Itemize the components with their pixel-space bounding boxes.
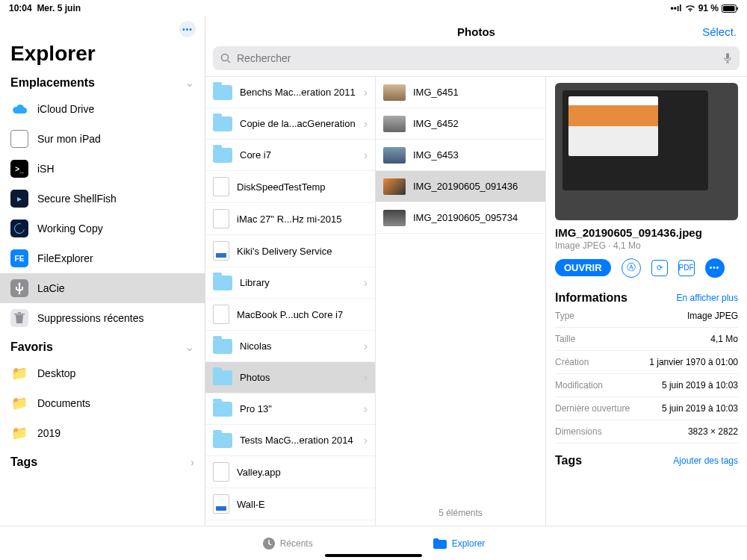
sidebar-item-ipad[interactable]: Sur mon iPad <box>0 124 205 154</box>
clock-icon <box>262 537 276 550</box>
add-tags-link[interactable]: Ajouter des tags <box>673 455 738 466</box>
chevron-right-icon: › <box>364 371 368 385</box>
list-item[interactable]: Core i7› <box>205 140 375 171</box>
item-label: MacBook P...uch Core i7 <box>237 309 368 320</box>
info-key: Dimensions <box>555 426 602 437</box>
list-item[interactable]: Library› <box>205 267 375 299</box>
sidebar-item-shellfish[interactable]: ▸Secure ShellFish <box>0 184 205 214</box>
sidebar-title: Explorer <box>0 42 205 76</box>
list-item[interactable]: Tests MacG...eration 2014› <box>205 425 375 456</box>
fileexplorer-icon: FE <box>10 249 28 267</box>
list-item[interactable]: IMG_6451 <box>376 77 545 108</box>
more-actions-button[interactable]: ••• <box>705 258 725 278</box>
folder-icon: 📁 <box>10 394 28 412</box>
show-more-link[interactable]: En afficher plus <box>677 293 739 303</box>
preview-image[interactable] <box>555 83 738 220</box>
list-item[interactable]: IMG_20190605_091436 <box>376 171 545 202</box>
folder-icon <box>213 85 232 100</box>
item-label: Kiki's Delivery Service <box>237 246 368 257</box>
info-key: Taille <box>555 334 575 344</box>
list-item[interactable]: DiskSpeedTestTemp <box>205 171 375 203</box>
list-item[interactable]: Pro 13"› <box>205 393 375 425</box>
info-row: TypeImage JPEG <box>555 305 738 328</box>
battery-icon <box>722 4 738 13</box>
sidebar-item-ish[interactable]: >_iSH <box>0 154 205 184</box>
sidebar-item-documents[interactable]: 📁Documents <box>0 388 205 418</box>
chevron-down-icon: ⌄ <box>185 77 194 89</box>
usb-icon <box>10 279 28 297</box>
ipad-icon <box>10 130 28 148</box>
bottom-tabbar: Récents Explorer <box>0 526 747 560</box>
sidebar-item-icloud[interactable]: iCloud Drive <box>0 94 205 124</box>
tab-recents[interactable]: Récents <box>262 537 313 550</box>
search-input[interactable] <box>237 52 717 64</box>
info-value: 5 juin 2019 à 10:03 <box>662 403 738 414</box>
list-item[interactable]: IMG_6453 <box>376 140 545 171</box>
list-item[interactable]: IMG_20190605_095734 <box>376 202 545 234</box>
list-item[interactable]: Copie de la...acGeneration› <box>205 108 375 140</box>
column-files: IMG_6451IMG_6452IMG_6453IMG_20190605_091… <box>376 77 546 526</box>
folder-icon <box>213 402 232 417</box>
sidebar-item-workingcopy[interactable]: Working Copy <box>0 214 205 243</box>
info-row: Modification5 juin 2019 à 10:03 <box>555 374 738 397</box>
home-indicator[interactable] <box>325 554 422 557</box>
item-label: iMac 27" R...Hz mi-2015 <box>237 214 368 225</box>
sidebar-item-fileexplorer[interactable]: FEFileExplorer <box>0 243 205 273</box>
info-row: Dernière ouverture5 juin 2019 à 10:03 <box>555 397 738 420</box>
chevron-right-icon: › <box>364 402 368 416</box>
item-label: IMG_6453 <box>413 149 538 161</box>
folder-icon: 📁 <box>10 364 28 382</box>
info-key: Type <box>555 311 574 321</box>
list-item[interactable]: Photos› <box>205 362 375 393</box>
info-value: 5 juin 2019 à 10:03 <box>662 380 738 391</box>
folder-icon <box>213 433 232 448</box>
mic-icon[interactable] <box>723 52 732 64</box>
tags-section: Tags Ajouter des tags <box>555 454 738 467</box>
locations-header[interactable]: Emplacements ⌄ <box>0 76 205 94</box>
status-date: Mer. 5 juin <box>37 3 81 13</box>
pdf-icon[interactable]: PDF <box>678 260 695 276</box>
list-item[interactable]: IMG_6452 <box>376 108 545 140</box>
item-label: Wall-E <box>237 499 368 510</box>
list-item[interactable]: Wall-E <box>205 488 375 520</box>
favorites-header[interactable]: Favoris ⌄ <box>0 340 205 358</box>
list-item[interactable]: Benchs Mac...eration 2011› <box>205 77 375 108</box>
wifi-icon <box>685 4 695 12</box>
sidebar: ••• Explorer Emplacements ⌄ iCloud Drive… <box>0 16 205 526</box>
tab-browse[interactable]: Explorer <box>433 538 486 550</box>
list-item[interactable]: MacBook P...uch Core i7 <box>205 299 375 331</box>
item-label: Tests MacG...eration 2014 <box>240 435 356 446</box>
item-label: Core i7 <box>240 149 356 161</box>
item-label: Pro 13" <box>240 403 356 414</box>
workingcopy-icon <box>10 220 28 237</box>
open-button[interactable]: OUVRIR <box>555 259 611 276</box>
sidebar-item-lacie[interactable]: LaCie <box>0 273 205 303</box>
folder-icon <box>433 538 447 550</box>
shellfish-icon: ▸ <box>10 190 28 208</box>
list-item[interactable]: Kiki's Delivery Service <box>205 235 375 267</box>
folder-icon <box>213 276 232 290</box>
svg-rect-5 <box>726 53 729 59</box>
search-bar[interactable] <box>213 46 740 70</box>
sidebar-item-desktop[interactable]: 📁Desktop <box>0 358 205 388</box>
rotate-icon[interactable]: ⟳ <box>651 260 668 276</box>
cloud-icon <box>10 100 28 118</box>
info-value: Image JPEG <box>687 311 738 321</box>
file-name: IMG_20190605_091436.jpeg <box>555 226 738 239</box>
markup-icon[interactable]: Ⓐ <box>622 258 641 278</box>
list-item[interactable]: iMac 27" R...Hz mi-2015 <box>205 203 375 235</box>
chevron-right-icon: › <box>364 340 368 353</box>
tags-header[interactable]: Tags › <box>0 455 205 473</box>
info-value: 4,1 Mo <box>710 334 738 344</box>
chevron-right-icon: › <box>364 434 368 447</box>
sidebar-item-trash[interactable]: Suppressions récentes <box>0 303 205 333</box>
trash-icon <box>10 309 28 327</box>
svg-point-3 <box>222 55 229 61</box>
more-button[interactable]: ••• <box>179 21 196 37</box>
item-label: DiskSpeedTestTemp <box>237 181 368 193</box>
info-key: Modification <box>555 380 603 391</box>
select-button[interactable]: Sélect. <box>702 25 737 38</box>
list-item[interactable]: Valley.app <box>205 456 375 488</box>
list-item[interactable]: Nicolas› <box>205 331 375 362</box>
sidebar-item-2019[interactable]: 📁2019 <box>0 418 205 448</box>
